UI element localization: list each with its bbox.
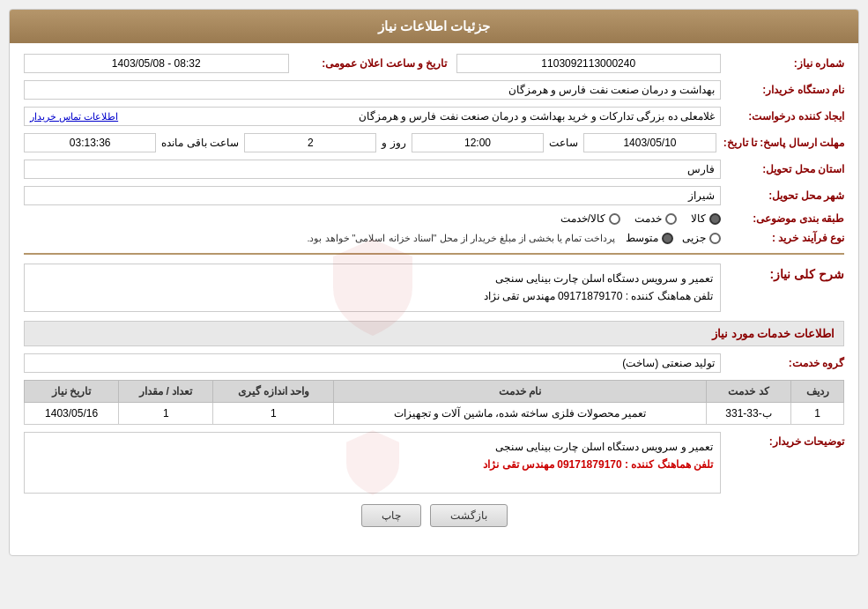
- shomara-label: شماره نیاز:: [721, 57, 844, 70]
- mohlat-saat: 12:00: [412, 133, 544, 152]
- radio-khedmat-label: خدمت: [634, 212, 662, 225]
- row-ijad: ایجاد کننده درخواست: غلامعلی ده بزرگی تد…: [24, 107, 844, 126]
- gorohe-value: تولید صنعتی (ساخت): [24, 353, 721, 373]
- col-radif: ردیف: [791, 380, 844, 402]
- shahr-label: شهر محل تحویل:: [721, 189, 844, 202]
- faraeand-radio-group: جزیی متوسط: [626, 232, 721, 244]
- cell-radif: 1: [791, 402, 844, 424]
- faraeand-label: نوع فرآیند خرید :: [721, 232, 844, 244]
- sharh-label: شرح کلی نیاز:: [721, 264, 844, 281]
- radio-motevaset: متوسط: [626, 232, 673, 244]
- main-card: جزئیات اطلاعات نیاز شماره نیاز: 11030921…: [9, 9, 859, 556]
- card-header: جزئیات اطلاعات نیاز: [10, 10, 858, 43]
- tabaqe-radio-group: کالا خدمت کالا/خدمت: [24, 212, 721, 225]
- cell-tedad: 1: [119, 402, 213, 424]
- back-button[interactable]: بازگشت: [430, 504, 508, 527]
- tawzih-label: توضیحات خریدار:: [721, 432, 844, 448]
- tawzih-phone-text: تلفن هماهنگ کننده : 09171879170 مهندس تق…: [483, 458, 713, 471]
- tabaqe-label: طبقه بندی موضوعی:: [721, 212, 844, 225]
- ijad-value: غلامعلی ده بزرگی تدارکات و خرید بهداشت و…: [24, 107, 721, 126]
- radio-motevaset-circle: [662, 233, 673, 244]
- mohlat-date: 1403/05/10: [583, 133, 716, 152]
- saat-label: ساعت: [544, 137, 583, 149]
- ostan-value: فارس: [24, 160, 721, 179]
- row-shomara: شماره نیاز: 1103092113000240 تاریخ و ساع…: [24, 54, 844, 73]
- row-faraeand: نوع فرآیند خرید : جزیی متوسط پرداخت تمام…: [24, 232, 844, 244]
- page-container: جزئیات اطلاعات نیاز شماره نیاز: 11030921…: [0, 0, 868, 609]
- radio-jozei: جزیی: [682, 232, 721, 244]
- page-title: جزئیات اطلاعات نیاز: [378, 19, 490, 33]
- radio-khedmat: خدمت: [634, 212, 677, 225]
- col-naam: نام خدمت: [334, 380, 706, 402]
- namdastgah-label: نام دستگاه خریدار:: [721, 84, 844, 96]
- card-body: شماره نیاز: 1103092113000240 تاریخ و ساع…: [10, 43, 858, 555]
- col-tedad: تعداد / مقدار: [119, 380, 213, 402]
- mande-label: ساعت باقی مانده: [156, 137, 244, 149]
- shield-watermark: [320, 234, 426, 340]
- radio-kala-label: کالا: [691, 212, 706, 225]
- radio-kala-khedmat-label: کالا/خدمت: [560, 212, 605, 225]
- gorohe-label: گروه خدمت:: [721, 357, 844, 369]
- ijad-text: غلامعلی ده بزرگی تدارکات و خرید بهداشت و…: [359, 110, 715, 123]
- row-mohlat: مهلت ارسال پاسخ: تا تاریخ: 1403/05/10 سا…: [24, 133, 844, 152]
- cell-tarikh: 1403/05/16: [25, 402, 119, 424]
- print-button[interactable]: چاپ: [361, 504, 421, 527]
- ijad-label: ایجاد کننده درخواست:: [721, 110, 844, 123]
- tarikh-label: تاریخ و ساعت اعلان عمومی:: [289, 57, 448, 70]
- ettelaat-link[interactable]: اطلاعات تماس خریدار: [30, 111, 118, 123]
- mohlat-label: مهلت ارسال پاسخ: تا تاریخ:: [716, 137, 844, 149]
- sharh-box: تعمیر و سرویس دستگاه اسلن چارت بینایی سن…: [24, 264, 721, 312]
- radio-motevaset-label: متوسط: [626, 232, 658, 244]
- table-row: 1 ب-33-331 تعمیر محصولات فلزی ساخته شده،…: [25, 402, 844, 424]
- row-shahr: شهر محل تحویل: شیراز: [24, 186, 844, 205]
- row-tawzih: توضیحات خریدار: تعمیر و سرویس دستگاه اسل…: [24, 432, 844, 494]
- col-kod: کد خدمت: [706, 380, 790, 402]
- tarikh-value: 1403/05/08 - 08:32: [24, 54, 289, 73]
- divider-sharh: شرح کلی نیاز: تعمیر و سرویس دستگاه اسلن …: [24, 253, 844, 536]
- col-vahed: واحد اندازه گیری: [213, 380, 334, 402]
- row-ostan: استان محل تحویل: فارس: [24, 160, 844, 179]
- row-gorohe: گروه خدمت: تولید صنعتی (ساخت): [24, 353, 844, 373]
- shahr-value: شیراز: [24, 186, 721, 205]
- shield-watermark-2: [338, 427, 408, 498]
- khadamat-header: اطلاعات خدمات مورد نیاز: [24, 321, 844, 346]
- mohlat-mande: 03:13:36: [24, 133, 156, 152]
- rooz-label: روز و: [376, 137, 411, 149]
- col-tarikh: تاریخ نیاز: [25, 380, 119, 402]
- row-tabaqe: طبقه بندی موضوعی: کالا خدمت کالا/خدمت: [24, 212, 844, 225]
- services-table: ردیف کد خدمت نام خدمت واحد اندازه گیری ت…: [24, 380, 844, 425]
- row-sharh: شرح کلی نیاز: تعمیر و سرویس دستگاه اسلن …: [24, 264, 844, 312]
- radio-kala-circle: [709, 213, 721, 225]
- radio-kala-khedmat-circle: [609, 213, 620, 225]
- footer-buttons: بازگشت چاپ: [24, 504, 844, 536]
- cell-vahed: 1: [213, 402, 334, 424]
- shomara-value: 1103092113000240: [456, 54, 722, 73]
- cell-kod: ب-33-331: [706, 402, 790, 424]
- row-namdastgah: نام دستگاه خریدار: بهداشت و درمان صنعت ن…: [24, 80, 844, 100]
- mohlat-rooz: 2: [244, 133, 376, 152]
- radio-khedmat-circle: [665, 213, 677, 225]
- radio-kala: کالا: [691, 212, 721, 225]
- sharh-line2-text: تلفن هماهنگ کننده : 09171879170 مهندس تق…: [484, 290, 713, 302]
- namdastgah-value: بهداشت و درمان صنعت نفت فارس و هرمزگان: [24, 80, 721, 100]
- radio-kala-khedmat: کالا/خدمت: [560, 212, 620, 225]
- radio-jozei-circle: [709, 233, 721, 244]
- radio-jozei-label: جزیی: [682, 232, 706, 244]
- tawzih-box: تعمیر و سرویس دستگاه اسلن چارت بینایی سن…: [24, 432, 721, 494]
- cell-naam: تعمیر محصولات فلزی ساخته شده، ماشین آلات…: [334, 402, 706, 424]
- ostan-label: استان محل تحویل:: [721, 163, 844, 175]
